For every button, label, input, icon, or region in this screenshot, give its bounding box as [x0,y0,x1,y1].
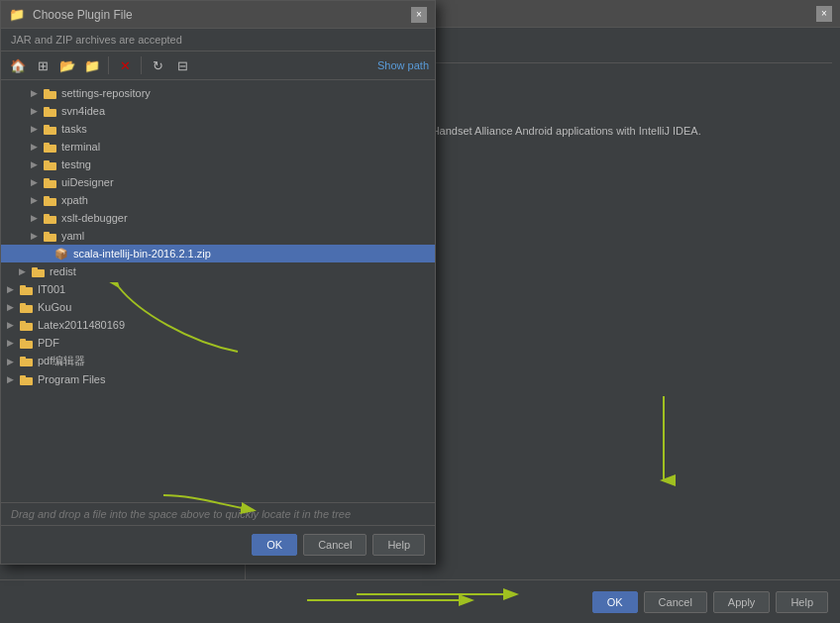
drag-drop-hint: Drag and drop a file into the space abov… [1,502,435,525]
open-folder-button[interactable]: 📂 [56,54,78,76]
svg-rect-7 [44,145,56,153]
bg-footer: OK Cancel Apply Help [0,579,840,623]
new-folder-button[interactable]: 📁 [81,54,103,76]
tree-item-label: KuGou [38,301,71,313]
tree-arrow-placeholder [39,247,52,260]
main-ok-button[interactable]: OK [592,591,638,613]
toolbar-separator [108,56,109,74]
svg-rect-11 [44,180,56,188]
dialog-title-bar: 📁 Choose Plugin File × [1,1,435,29]
folder-icon [19,336,33,350]
tree-item-label: settings-repository [61,87,151,99]
home-button[interactable]: 🏠 [7,54,29,76]
svg-rect-26 [20,321,26,324]
dialog-close-button[interactable]: × [411,7,427,23]
dialog-toolbar: 🏠 ⊞ 📂 📁 ✕ ↻ ⊟ Show path [1,52,435,80]
tree-item-label: Program Files [38,373,105,385]
tree-arrow-icon: ▶ [3,355,17,368]
tree-item-svn4idea[interactable]: ▶ svn4idea [1,102,435,120]
tree-item-latex[interactable]: ▶ Latex2011480169 [1,316,435,334]
tree-arrow-icon: ▶ [27,193,41,207]
refresh-button[interactable]: ↻ [147,54,168,76]
tree-item-settings-repository[interactable]: ▶ settings-repository [1,84,435,102]
main-cancel-button[interactable]: Cancel [644,591,707,613]
tree-arrow-icon: ▶ [27,175,41,189]
tree-item-yaml[interactable]: ▶ yaml [1,227,435,245]
tree-item-xslt-debugger[interactable]: ▶ xslt-debugger [1,209,435,227]
tree-item-label: yaml [61,230,84,242]
folder-icon [43,175,56,189]
dialog-footer: OK Cancel Help [1,525,435,564]
grid-view-button[interactable]: ⊞ [32,54,53,76]
svg-rect-5 [44,127,56,135]
svg-rect-8 [44,143,50,146]
dialog-icon: 📁 [9,7,25,23]
tree-arrow-icon: ▶ [27,104,41,118]
tree-item-redist[interactable]: ▶ redist [1,262,435,280]
main-apply-button[interactable]: Apply [713,591,771,613]
tree-arrow-icon: ▶ [3,282,17,296]
dialog-cancel-button[interactable]: Cancel [303,534,367,556]
toolbar-separator-2 [141,56,142,74]
tree-item-tasks[interactable]: ▶ tasks [1,120,435,138]
svg-rect-4 [44,107,50,110]
dialog-help-button[interactable]: Help [372,534,425,556]
svg-rect-19 [32,269,45,277]
folder-icon [19,372,33,386]
folder-icon [43,104,56,118]
folder-icon [31,264,45,278]
svg-rect-30 [20,357,26,360]
svg-rect-24 [20,303,26,306]
folder-icon [43,157,56,171]
svg-rect-25 [20,323,33,331]
svg-rect-28 [20,339,26,342]
folder-icon [43,86,56,100]
arrow-ok-annotation [297,585,495,615]
tree-item-kugou[interactable]: ▶ KuGou [1,298,435,316]
svg-rect-10 [44,160,50,163]
tree-item-label: pdf编辑器 [38,354,85,368]
tree-arrow-icon: ▶ [3,336,17,350]
folder-icon [19,282,33,296]
tree-arrow-icon: ▶ [27,211,41,225]
svg-rect-9 [44,162,56,170]
more-button[interactable]: ⊟ [171,54,193,76]
tree-item-label: uiDesigner [61,176,114,188]
tree-arrow-icon: ▶ [27,140,41,154]
delete-button[interactable]: ✕ [114,54,136,76]
svg-rect-13 [44,198,56,206]
file-tree[interactable]: ▶ settings-repository ▶ svn4idea ▶ [1,80,435,502]
tree-item-label: xslt-debugger [61,212,128,224]
dialog-ok-button[interactable]: OK [252,534,297,556]
tree-item-label: redist [50,265,76,277]
svg-rect-21 [20,287,33,295]
tree-arrow-icon: ▶ [27,157,41,171]
dialog-container: 📁 Choose Plugin File × JAR and ZIP archi… [0,0,436,565]
tree-item-label: svn4idea [61,105,105,117]
tree-item-terminal[interactable]: ▶ terminal [1,138,435,156]
tree-item-label: tasks [61,123,87,135]
svg-rect-16 [44,214,50,217]
tree-item-xpath[interactable]: ▶ xpath [1,191,435,209]
tree-item-it001[interactable]: ▶ IT001 [1,280,435,298]
svg-rect-31 [20,377,33,385]
tree-item-label: Latex2011480169 [38,319,125,331]
svg-rect-15 [44,216,56,224]
tree-item-testng[interactable]: ▶ testng [1,156,435,173]
folder-icon [43,193,56,207]
svg-rect-22 [20,285,26,288]
zip-file-icon: 📦 [54,247,68,260]
svg-rect-12 [44,178,50,181]
svg-rect-2 [44,89,50,92]
folder-icon [43,140,56,154]
svg-rect-32 [20,375,26,378]
tree-item-pdf[interactable]: ▶ PDF [1,334,435,352]
main-help-button[interactable]: Help [776,591,828,613]
show-path-link[interactable]: Show path [377,59,429,71]
tree-item-uidesigner[interactable]: ▶ uiDesigner [1,173,435,191]
tree-item-pdf-editor[interactable]: ▶ pdf编辑器 [1,352,435,370]
tree-item-label: IT001 [38,283,65,295]
tree-item-scala-zip[interactable]: 📦 scala-intellij-bin-2016.2.1.zip [1,245,435,262]
tree-item-program-files[interactable]: ▶ Program Files [1,370,435,388]
bg-close-button[interactable]: × [816,6,832,22]
